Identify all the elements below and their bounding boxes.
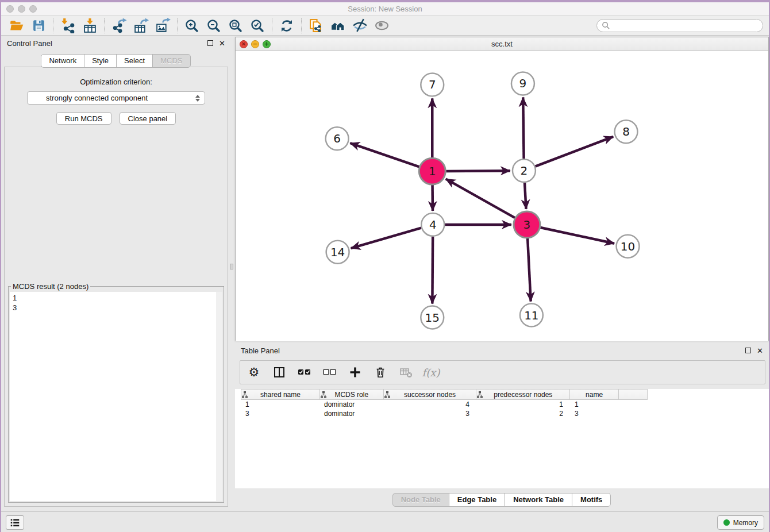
memory-button[interactable]: Memory bbox=[717, 515, 764, 530]
toolbar-separator bbox=[272, 18, 272, 33]
float-panel-icon[interactable] bbox=[207, 40, 213, 46]
column-header-predecessor-nodes[interactable]: predecessor nodes bbox=[476, 390, 570, 399]
criterion-select[interactable]: strongly connected component bbox=[27, 91, 205, 105]
import-table-button[interactable] bbox=[79, 17, 101, 34]
export-network-button[interactable] bbox=[108, 17, 130, 34]
export-table-button[interactable] bbox=[130, 17, 152, 34]
fx-icon: f(x) bbox=[422, 367, 440, 379]
delete-table-button-disabled bbox=[399, 365, 413, 379]
zoom-in-button[interactable] bbox=[181, 17, 203, 34]
refresh-icon bbox=[279, 18, 294, 33]
open-folder-icon bbox=[9, 18, 24, 33]
close-panel-button[interactable]: Close panel bbox=[120, 112, 176, 125]
export-network-icon bbox=[111, 18, 127, 33]
graph-edge-2-9[interactable] bbox=[523, 97, 523, 159]
tab-motifs[interactable]: Motifs bbox=[572, 493, 611, 507]
graph-node-label-3: 3 bbox=[523, 218, 531, 232]
save-session-button[interactable] bbox=[28, 17, 49, 34]
tab-edge-table[interactable]: Edge Table bbox=[449, 493, 505, 507]
graph-edge-3-1[interactable] bbox=[446, 179, 515, 218]
column-type-icon bbox=[476, 391, 483, 398]
table-row[interactable]: 3dominator323 bbox=[241, 409, 648, 418]
screen: Session: New Session Control Panel bbox=[0, 0, 770, 532]
zoom-fit-button[interactable] bbox=[225, 17, 247, 34]
export-image-icon bbox=[155, 18, 171, 33]
delete-column-button[interactable] bbox=[374, 365, 387, 379]
graph-edge-1-6[interactable] bbox=[350, 143, 419, 167]
criterion-value: strongly connected component bbox=[31, 94, 195, 102]
graph-edge-2-8[interactable] bbox=[535, 137, 613, 167]
toolbar-separator bbox=[177, 18, 178, 33]
status-bar: Memory bbox=[1, 511, 769, 532]
memory-label: Memory bbox=[733, 519, 758, 527]
tab-node-table[interactable]: Node Table bbox=[392, 493, 449, 507]
list-icon bbox=[9, 517, 21, 529]
tab-network[interactable]: Network bbox=[41, 54, 84, 68]
run-mcds-button[interactable]: Run MCDS bbox=[56, 112, 111, 125]
network-graph[interactable]: 7968124314101511 bbox=[236, 51, 768, 341]
column-header-name[interactable]: name bbox=[570, 390, 619, 399]
toolbar-separator bbox=[104, 18, 105, 33]
home-layout-button[interactable] bbox=[327, 17, 349, 34]
hide-style-button[interactable] bbox=[349, 17, 371, 34]
tab-style[interactable]: Style bbox=[84, 54, 117, 68]
eye-slash-icon bbox=[352, 18, 368, 33]
graph-node-label-6: 6 bbox=[333, 132, 341, 145]
close-table-panel-icon[interactable]: ✕ bbox=[757, 346, 763, 355]
task-history-button[interactable] bbox=[6, 515, 24, 530]
table-cell: 3 bbox=[570, 409, 619, 418]
zoom-selected-button[interactable] bbox=[247, 17, 268, 34]
table-settings-button[interactable]: ⚙ bbox=[247, 365, 261, 379]
graph-edge-3-11[interactable] bbox=[528, 238, 531, 302]
graph-node-label-11: 11 bbox=[524, 309, 538, 322]
table-cell: 3 bbox=[383, 409, 476, 418]
show-columns-button[interactable] bbox=[272, 365, 286, 379]
table-header-row: shared name MCDS role successor nodes pr… bbox=[241, 389, 648, 400]
network-titlebar: ✕ − + scc.txt bbox=[236, 37, 768, 51]
tab-network-table[interactable]: Network Table bbox=[505, 493, 572, 507]
table-row[interactable]: 1dominator411 bbox=[241, 400, 648, 409]
column-header-mcds-role[interactable]: MCDS role bbox=[320, 390, 384, 399]
open-session-button[interactable] bbox=[6, 17, 28, 34]
vertical-splitter-handle[interactable] bbox=[230, 264, 233, 269]
graph-edge-4-15[interactable] bbox=[432, 237, 433, 304]
add-column-button[interactable] bbox=[348, 365, 362, 379]
column-type-icon bbox=[384, 391, 391, 398]
float-table-panel-icon[interactable] bbox=[745, 348, 751, 353]
graph-edge-2-3[interactable] bbox=[525, 183, 526, 209]
global-search[interactable] bbox=[596, 19, 763, 32]
tab-select[interactable]: Select bbox=[116, 54, 153, 68]
graph-node-label-4: 4 bbox=[429, 218, 437, 232]
graph-edge-4-14[interactable] bbox=[351, 228, 421, 248]
gear-icon: ⚙ bbox=[249, 367, 260, 379]
tab-mcds[interactable]: MCDS bbox=[152, 54, 190, 68]
clone-network-button[interactable] bbox=[305, 17, 327, 34]
graph-edge-1-2[interactable] bbox=[446, 171, 510, 171]
refresh-layout-button[interactable] bbox=[276, 17, 298, 34]
zoom-fit-icon bbox=[228, 18, 243, 33]
mcds-result-text[interactable]: 1 3 bbox=[10, 292, 222, 501]
control-panel: Control Panel ✕ Network Style Select MCD… bbox=[1, 36, 231, 511]
zoom-out-button[interactable] bbox=[203, 17, 225, 34]
unselect-all-columns-button[interactable] bbox=[323, 365, 337, 379]
export-image-button[interactable] bbox=[152, 17, 174, 34]
toolbar-separator bbox=[301, 18, 302, 33]
graph-node-label-1: 1 bbox=[429, 164, 436, 178]
select-all-columns-button[interactable] bbox=[298, 365, 311, 379]
search-input[interactable] bbox=[613, 21, 758, 30]
import-network-button[interactable] bbox=[57, 17, 79, 34]
graph-node-label-14: 14 bbox=[330, 245, 345, 259]
graph-node-label-9: 9 bbox=[519, 76, 527, 90]
node-table: shared name MCDS role successor nodes pr… bbox=[235, 389, 769, 488]
graph-edge-3-10[interactable] bbox=[540, 228, 614, 244]
control-panel-tabs: Network Style Select MCDS bbox=[1, 54, 231, 68]
show-graphics-button[interactable] bbox=[371, 17, 392, 34]
table-cell: dominator bbox=[319, 409, 383, 418]
column-header-shared-name[interactable]: shared name bbox=[241, 390, 320, 399]
main-toolbar bbox=[1, 16, 769, 36]
window-title: Session: New Session bbox=[1, 5, 769, 13]
column-header-successor-nodes[interactable]: successor nodes bbox=[384, 390, 477, 399]
mcds-panel-body: Optimization criterion: strongly connect… bbox=[4, 67, 228, 507]
result-scrollbar[interactable] bbox=[216, 292, 222, 501]
close-panel-icon[interactable]: ✕ bbox=[219, 39, 225, 48]
